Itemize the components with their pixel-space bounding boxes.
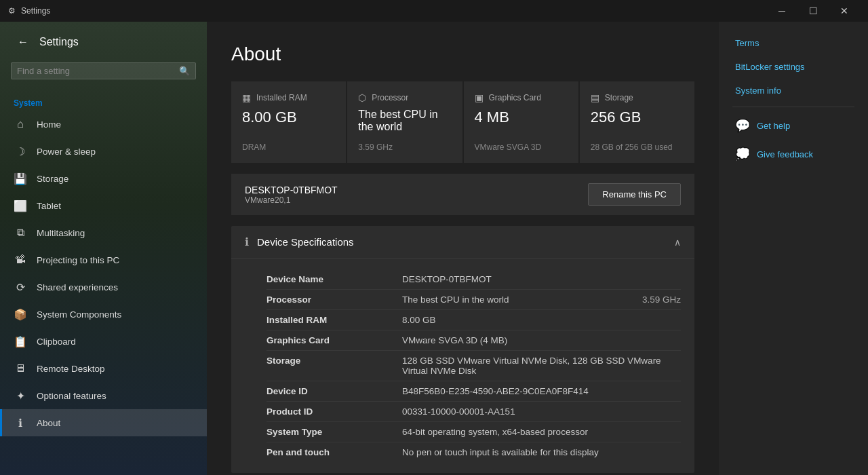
sidebar-item-remote-desktop[interactable]: 🖥 Remote Desktop	[0, 355, 207, 382]
sidebar-title: Settings	[39, 36, 79, 48]
ram-icon: ▦	[242, 92, 251, 103]
spec-label: System Type	[267, 427, 402, 437]
about-icon: ℹ	[14, 416, 27, 430]
sidebar-item-label: Clipboard	[37, 337, 76, 347]
sidebar-item-about[interactable]: ℹ About	[0, 409, 207, 436]
sidebar-item-label: Projecting to this PC	[37, 255, 119, 265]
multitasking-icon: ⧉	[14, 226, 27, 240]
card-value: 4 MB	[475, 109, 568, 137]
back-button[interactable]: ←	[14, 33, 33, 52]
ram-card: ▦ Installed RAM 8.00 GB DRAM	[231, 81, 346, 163]
title-bar-left: ⚙ Settings	[8, 6, 50, 16]
pc-name: DESKTOP-0TBFMOT	[245, 185, 338, 195]
sidebar-item-power-sleep[interactable]: ☽ Power & sleep	[0, 138, 207, 165]
spec-label: Pen and touch	[267, 447, 402, 457]
sidebar-item-home[interactable]: ⌂ Home	[0, 111, 207, 138]
spec-value: B48F56B0-E235-4590-ABE2-9C0EA0F8F414	[402, 386, 681, 396]
specs-title: Device Specifications	[257, 236, 354, 248]
hardware-cards: ▦ Installed RAM 8.00 GB DRAM ⬡ Processor…	[231, 81, 694, 163]
spec-value: VMware SVGA 3D (4 MB)	[402, 335, 681, 345]
spec-value: DESKTOP-0TBFMOT	[402, 274, 681, 284]
graphics-icon: ▣	[475, 92, 484, 103]
title-bar-title: Settings	[21, 6, 50, 16]
card-label: Processor	[372, 93, 408, 102]
spec-value: 00331-10000-00001-AA151	[402, 406, 681, 417]
system-info-link[interactable]: System info	[732, 80, 854, 101]
sidebar: ← Settings 🔍 System ⌂ Home ☽ Power & sle…	[0, 22, 207, 475]
specs-body: Device Name DESKTOP-0TBFMOT Processor Th…	[231, 259, 694, 473]
sidebar-item-multitasking[interactable]: ⧉ Multitasking	[0, 219, 207, 246]
spec-value: 8.00 GB	[402, 315, 681, 325]
search-input[interactable]	[17, 66, 179, 76]
get-help-row: 💬 Get help	[732, 113, 854, 138]
spec-label: Device Name	[267, 274, 402, 284]
spec-row-processor: Processor The best CPU in the world 3.59…	[267, 290, 681, 310]
pc-info-bar: DESKTOP-0TBFMOT VMware20,1 Rename this P…	[231, 174, 694, 215]
spec-label: Processor	[267, 294, 402, 305]
terms-link[interactable]: Terms	[732, 33, 854, 54]
sidebar-item-label: Multitasking	[37, 228, 85, 238]
processor-icon: ⬡	[358, 92, 366, 103]
sidebar-item-label: Shared experiences	[37, 282, 118, 292]
spec-label: Storage	[267, 356, 402, 366]
spec-label: Installed RAM	[267, 315, 402, 325]
bitlocker-link[interactable]: BitLocker settings	[732, 56, 854, 77]
spec-value: No pen or touch input is available for t…	[402, 447, 681, 457]
main-content: About ▦ Installed RAM 8.00 GB DRAM ⬡ Pro…	[207, 22, 719, 475]
get-help-icon: 💬	[735, 118, 750, 133]
chevron-up-icon: ∧	[674, 237, 681, 248]
sidebar-item-label: Optional features	[37, 391, 106, 401]
card-header: ▤ Storage	[591, 92, 684, 103]
spec-label: Product ID	[267, 406, 402, 417]
sidebar-item-label: Tablet	[37, 201, 61, 211]
spec-value: 128 GB SSD VMware Virtual NVMe Disk, 128…	[402, 356, 681, 376]
spec-row-storage: Storage 128 GB SSD VMware Virtual NVMe D…	[267, 351, 681, 381]
get-help-link[interactable]: Get help	[757, 121, 790, 131]
give-feedback-link[interactable]: Give feedback	[757, 149, 813, 159]
sidebar-item-optional-features[interactable]: ✦ Optional features	[0, 382, 207, 409]
pc-sub: VMware20,1	[245, 195, 338, 205]
storage-card: ▤ Storage 256 GB 28 GB of 256 GB used	[580, 81, 694, 163]
specs-header[interactable]: ℹ Device Specifications ∧	[231, 226, 694, 259]
spec-label: Graphics Card	[267, 335, 402, 345]
optional-features-icon: ✦	[14, 389, 27, 402]
storage-card-icon: ▤	[591, 92, 599, 103]
page-title: About	[231, 43, 694, 65]
sidebar-item-shared-experiences[interactable]: ⟳ Shared experiences	[0, 273, 207, 301]
shared-icon: ⟳	[14, 280, 27, 294]
spec-extra: 3.59 GHz	[642, 294, 681, 305]
sidebar-item-storage[interactable]: 💾 Storage	[0, 165, 207, 192]
search-box[interactable]: 🔍	[11, 62, 196, 79]
rename-pc-button[interactable]: Rename this PC	[588, 183, 681, 206]
card-sub: VMware SVGA 3D	[475, 142, 568, 152]
sidebar-item-label: Remote Desktop	[37, 364, 105, 374]
power-icon: ☽	[14, 145, 27, 158]
sidebar-item-system-components[interactable]: 📦 System Components	[0, 301, 207, 328]
processor-card: ⬡ Processor The best CPU in the world 3.…	[347, 81, 462, 163]
pc-info-text: DESKTOP-0TBFMOT VMware20,1	[245, 185, 338, 205]
sidebar-header: ← Settings	[0, 22, 207, 57]
title-bar-controls: ─ ☐ ✕	[766, 0, 860, 22]
spec-row-product-id: Product ID 00331-10000-00001-AA151	[267, 402, 681, 422]
close-button[interactable]: ✕	[829, 0, 860, 22]
sidebar-item-clipboard[interactable]: 📋 Clipboard	[0, 328, 207, 355]
tablet-icon: ⬜	[14, 199, 27, 212]
settings-icon: ⚙	[8, 6, 16, 16]
card-sub: 28 GB of 256 GB used	[591, 142, 684, 152]
give-feedback-row: 💭 Give feedback	[732, 141, 854, 167]
specs-header-left: ℹ Device Specifications	[245, 235, 354, 248]
spec-row-device-name: Device Name DESKTOP-0TBFMOT	[267, 269, 681, 290]
sidebar-item-label: Home	[37, 119, 61, 130]
card-sub: DRAM	[242, 142, 335, 152]
clipboard-icon: 📋	[14, 335, 27, 348]
card-value: 8.00 GB	[242, 109, 335, 137]
spec-label: Device ID	[267, 386, 402, 396]
device-specs-section: ℹ Device Specifications ∧ Device Name DE…	[231, 226, 694, 473]
card-header: ⬡ Processor	[358, 92, 451, 103]
card-label: Storage	[605, 93, 633, 102]
sidebar-item-tablet[interactable]: ⬜ Tablet	[0, 192, 207, 219]
spec-value: 64-bit operating system, x64-based proce…	[402, 427, 681, 437]
sidebar-item-projecting[interactable]: 📽 Projecting to this PC	[0, 246, 207, 273]
minimize-button[interactable]: ─	[766, 0, 797, 22]
maximize-button[interactable]: ☐	[797, 0, 829, 22]
